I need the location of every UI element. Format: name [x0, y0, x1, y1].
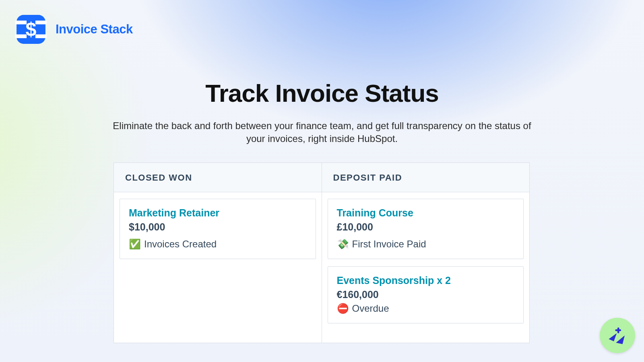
support-widget-icon [607, 325, 628, 346]
money-icon: 💸 [337, 239, 349, 249]
deal-board: CLOSED WON Marketing Retainer $10,000 ✅ … [114, 162, 530, 343]
svg-rect-3 [15, 34, 27, 38]
hero-section: Track Invoice Status Eliminate the back … [0, 79, 644, 146]
column-body: Training Course £10,000 💸 First Invoice … [322, 192, 530, 343]
deal-status: 💸 First Invoice Paid [337, 239, 515, 250]
column-title: CLOSED WON [125, 173, 310, 183]
deal-status-text: Overdue [352, 303, 389, 314]
no-entry-icon: ⛔ [337, 304, 349, 313]
board-column-closed-won: CLOSED WON Marketing Retainer $10,000 ✅ … [114, 163, 322, 343]
svg-marker-8 [609, 333, 617, 341]
deal-title: Marketing Retainer [129, 207, 307, 219]
column-body: Marketing Retainer $10,000 ✅ Invoices Cr… [114, 192, 322, 278]
deal-amount: €160,000 [337, 289, 515, 300]
deal-status: ⛔ Overdue [337, 303, 515, 314]
board-column-deposit-paid: DEPOSIT PAID Training Course £10,000 💸 F… [322, 163, 530, 343]
page-subtitle: Eliminate the back and forth between you… [109, 119, 535, 146]
svg-rect-7 [615, 329, 621, 331]
brand-name: Invoice Stack [56, 22, 133, 37]
invoice-stack-logo-icon: $ [15, 14, 47, 45]
svg-rect-1 [15, 21, 27, 24]
support-widget-button[interactable] [600, 318, 635, 353]
deal-card[interactable]: Events Sponsorship x 2 €160,000 ⛔ Overdu… [328, 266, 524, 323]
svg-rect-2 [35, 21, 47, 24]
svg-marker-9 [616, 335, 625, 344]
deal-title: Events Sponsorship x 2 [337, 275, 515, 286]
column-header: DEPOSIT PAID [322, 163, 530, 192]
deal-amount: $10,000 [129, 221, 307, 233]
brand-header: $ Invoice Stack [15, 14, 133, 45]
check-icon: ✅ [129, 239, 141, 249]
svg-text:$: $ [26, 18, 37, 40]
column-header: CLOSED WON [114, 163, 322, 192]
deal-status-text: First Invoice Paid [352, 239, 426, 250]
deal-status-text: Invoices Created [144, 239, 217, 250]
deal-title: Training Course [337, 207, 515, 219]
svg-rect-4 [35, 34, 47, 38]
deal-status: ✅ Invoices Created [129, 239, 307, 250]
column-title: DEPOSIT PAID [333, 173, 518, 183]
deal-amount: £10,000 [337, 221, 515, 233]
deal-card[interactable]: Marketing Retainer $10,000 ✅ Invoices Cr… [120, 199, 316, 259]
page-title: Track Invoice Status [0, 79, 644, 107]
deal-card[interactable]: Training Course £10,000 💸 First Invoice … [328, 199, 524, 259]
